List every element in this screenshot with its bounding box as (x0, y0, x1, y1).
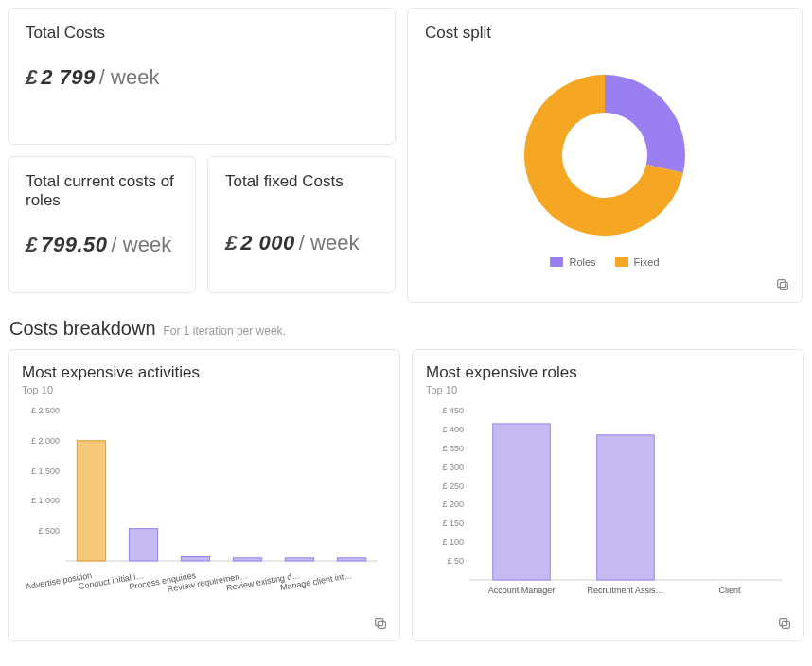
svg-rect-32 (493, 424, 551, 580)
fixed-costs-title: Total fixed Costs (225, 172, 378, 208)
svg-rect-14 (233, 558, 261, 561)
svg-text:£ 500: £ 500 (38, 526, 60, 535)
svg-rect-16 (285, 558, 313, 561)
total-costs-card: Total Costs £2 799 / week (8, 8, 396, 145)
roles-bar-chart: £ 50£ 100£ 150£ 200£ 250£ 300£ 350£ 400£… (426, 403, 787, 606)
cost-split-legend: Roles Fixed (425, 256, 785, 268)
svg-text:£ 400: £ 400 (442, 425, 464, 434)
svg-rect-37 (782, 621, 789, 628)
svg-rect-10 (129, 529, 157, 561)
breakdown-title: Costs breakdown (9, 318, 156, 340)
svg-text:£ 450: £ 450 (442, 406, 464, 415)
svg-rect-38 (780, 619, 787, 626)
total-costs-value: £2 799 / week (26, 65, 378, 90)
svg-text:Recruitment Assis…: Recruitment Assis… (587, 586, 663, 595)
svg-text:£ 2 500: £ 2 500 (31, 406, 60, 415)
roles-chart-card: Most expensive roles Top 10 £ 50£ 100£ 1… (412, 349, 804, 641)
svg-text:£ 1 000: £ 1 000 (31, 496, 60, 505)
copy-icon[interactable] (373, 616, 388, 631)
svg-rect-8 (77, 441, 105, 561)
svg-rect-20 (378, 621, 385, 628)
svg-rect-1 (778, 280, 786, 288)
activities-chart-card: Most expensive activities Top 10 £ 500£ … (8, 349, 400, 641)
svg-rect-34 (597, 435, 655, 580)
roles-chart-sub: Top 10 (426, 384, 790, 395)
roles-costs-card: Total current costs of roles £799.50 / w… (8, 156, 196, 293)
roles-costs-title: Total current costs of roles (26, 172, 178, 210)
svg-text:£ 100: £ 100 (442, 537, 464, 547)
copy-icon[interactable] (777, 616, 792, 631)
roles-chart-title: Most expensive roles (426, 363, 790, 382)
svg-rect-21 (376, 619, 383, 626)
svg-text:£ 200: £ 200 (442, 500, 464, 509)
svg-rect-0 (780, 282, 787, 289)
copy-icon[interactable] (775, 277, 790, 292)
svg-text:£ 50: £ 50 (447, 556, 464, 566)
breakdown-sub: For 1 iteration per week. (164, 324, 286, 338)
svg-text:£ 1 500: £ 1 500 (31, 466, 60, 476)
cost-split-title: Cost split (425, 24, 785, 43)
legend-roles: Roles (550, 256, 595, 268)
svg-text:£ 2 000: £ 2 000 (31, 436, 60, 446)
svg-text:£ 250: £ 250 (442, 482, 464, 491)
svg-text:Client: Client (718, 586, 741, 595)
total-costs-title: Total Costs (26, 24, 378, 43)
activities-bar-chart: £ 500£ 1 000£ 1 500£ 2 000£ 2 500Adverti… (22, 403, 383, 606)
cost-split-donut (515, 65, 695, 245)
breakdown-header: Costs breakdown For 1 iteration per week… (9, 318, 804, 340)
fixed-costs-card: Total fixed Costs £2 000 / week (207, 156, 396, 293)
cost-split-card: Cost split Roles Fixed (407, 8, 803, 303)
svg-text:£ 150: £ 150 (442, 518, 464, 528)
activities-chart-title: Most expensive activities (22, 363, 386, 382)
activities-chart-sub: Top 10 (22, 384, 386, 395)
svg-rect-12 (181, 557, 209, 561)
fixed-costs-value: £2 000 / week (225, 231, 378, 255)
svg-text:Account Manager: Account Manager (488, 586, 556, 595)
svg-text:£ 350: £ 350 (442, 444, 464, 453)
roles-costs-value: £799.50 / week (26, 233, 178, 257)
svg-text:£ 300: £ 300 (442, 463, 464, 472)
legend-fixed: Fixed (615, 256, 660, 268)
svg-rect-18 (337, 558, 365, 561)
